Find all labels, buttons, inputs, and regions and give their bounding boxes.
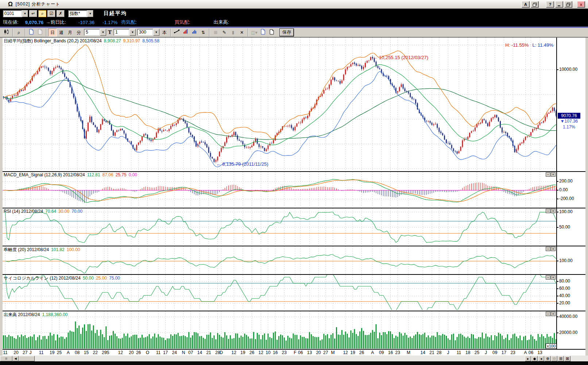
last-price-badge: 9070.76 — [558, 113, 580, 119]
indicator-value: 8,505.58 — [142, 38, 159, 43]
save-button[interactable]: 保存 — [280, 29, 294, 36]
panel-minimize-button[interactable]: − — [546, 247, 550, 251]
kairi-plot[interactable]: 乖離度 (20) 2012/08/24101.82100.00 −× — [3, 246, 557, 274]
splitter-grip[interactable]: ≡ — [0, 356, 12, 361]
panel-close-button[interactable]: × — [551, 312, 556, 316]
tick-dropdown-arrow[interactable]: ▼ — [129, 29, 136, 36]
copy-chart-button[interactable] — [36, 28, 45, 36]
x-axis-label: 27 — [23, 350, 27, 355]
x-axis-label: M — [331, 350, 335, 355]
price-plot[interactable]: 日経平均(指数) Bollinger_Bands (20,2) 2012/08/… — [3, 38, 557, 171]
pencil-button[interactable]: ✎ — [220, 28, 229, 36]
eraser-button[interactable]: ▮ — [229, 28, 237, 36]
help-button[interactable]: ? — [546, 1, 554, 8]
clone-window-button[interactable] — [267, 28, 276, 36]
corner-button-1[interactable]: ◆ — [531, 356, 538, 361]
price-chart — [3, 38, 557, 171]
bid-label: 買気配: — [175, 19, 190, 26]
symbol-dropdown-arrow[interactable]: ▼ — [22, 10, 28, 17]
axis-label: -200.00 — [559, 196, 574, 201]
register-button[interactable]: ☑ — [47, 10, 55, 17]
x-axis-label: 24 — [172, 350, 177, 355]
corner-button-5[interactable]: ⊞ — [558, 356, 564, 361]
symbol-code-input[interactable] — [3, 10, 22, 17]
clear-icon: ✗ — [59, 11, 62, 16]
panel-close-button[interactable]: × — [551, 209, 556, 213]
tick-label: T — [108, 29, 112, 35]
panel-minimize-button[interactable]: − — [546, 209, 550, 213]
candlestick-icon — [4, 29, 9, 35]
volume-blue-button[interactable] — [190, 28, 199, 36]
scale-button[interactable]: ⇅ — [199, 28, 208, 36]
volume-plot[interactable]: 出来高 2012/08/241,188,360.00 −× x100 — [3, 311, 557, 349]
layout-button[interactable]: ◫▾ — [250, 28, 259, 36]
x-axis-label: 14 — [197, 350, 202, 355]
new-window-button[interactable] — [259, 28, 267, 36]
x-axis-label: 08 — [75, 350, 80, 355]
enter-button[interactable]: ↵ — [29, 10, 37, 17]
price-panel-header: 日経平均(指数) Bollinger_Bands (20,2) 2012/08/… — [4, 38, 164, 44]
scrollbar-thumb[interactable] — [19, 356, 35, 361]
indicator-value: 8,908.27 — [104, 38, 121, 43]
minimize-button[interactable] — [555, 1, 563, 8]
app-logo-icon: Ω — [8, 1, 13, 8]
scroll-left-button[interactable]: ◀ — [12, 356, 19, 361]
new-chart-button[interactable] — [27, 28, 36, 36]
low-pct: L: 11.49% — [532, 42, 553, 48]
chart-toolbar: ⌕ 日 週 月 分 5 ▼ T 1 ▼ 300 ▼ 本 — [0, 28, 588, 37]
zoom-button[interactable]: ⌕ — [15, 28, 23, 36]
rsi-plot[interactable]: RSI (14) 2012/08/2470.6430.0070.00 −× — [3, 208, 557, 246]
search-button[interactable]: ⌕ — [38, 10, 46, 17]
tick-select[interactable]: 1 ▼ — [113, 29, 136, 36]
candlestick-chart-button[interactable] — [2, 28, 11, 36]
category-select[interactable]: 指数* ▼ — [68, 10, 93, 17]
period-day-button[interactable]: 日 — [48, 28, 57, 36]
corner-button-3[interactable]: ⊕ — [545, 356, 551, 361]
x-axis-label: 21 — [206, 350, 211, 355]
x-axis-label: 19 — [350, 350, 355, 355]
scale-icon: ⇅ — [201, 30, 205, 35]
change-label: →前日比: — [46, 19, 66, 26]
font-button[interactable]: A — [522, 1, 530, 8]
category-dropdown-arrow[interactable]: ▼ — [87, 10, 93, 17]
axis-label: 100.00 — [559, 258, 573, 263]
corner-button-2[interactable]: ◂ — [538, 356, 544, 361]
panel-minimize-button[interactable]: − — [546, 275, 550, 280]
indicator-value: 75.00 — [109, 276, 120, 281]
restore-button[interactable] — [564, 1, 572, 8]
bar-count-dropdown-arrow[interactable]: ▼ — [153, 29, 159, 36]
grid-button[interactable]: ⊞ — [211, 28, 220, 36]
application-window: Ω [5002] 分析チャート A ? x ▼ ↵ ⌕ ☑ ✗ — [0, 0, 588, 365]
trendline-button[interactable] — [173, 28, 181, 36]
corner-button-4[interactable]: ⊖ — [551, 356, 557, 361]
corner-button-6[interactable]: ⊠ — [564, 356, 570, 361]
panel-close-button[interactable]: × — [551, 247, 556, 251]
corner-button-0[interactable]: ▸ — [525, 356, 531, 361]
period-week-button[interactable]: 週 — [57, 28, 66, 36]
panel-minimize-button[interactable]: − — [546, 312, 550, 316]
indicator-value: 70.64 — [45, 209, 56, 214]
period-month-button[interactable]: 月 — [66, 28, 74, 36]
close-button[interactable]: x — [577, 1, 585, 8]
restore-icon — [566, 3, 570, 7]
minute-dropdown-arrow[interactable]: ▼ — [100, 29, 106, 36]
panel-close-button[interactable]: × — [551, 172, 556, 177]
panel-minimize-button[interactable]: − — [546, 172, 550, 177]
minute-select[interactable]: 5 ▼ — [84, 29, 106, 36]
pencil-icon: ✎ — [223, 30, 226, 35]
macd-plot[interactable]: MACD_EMA_Signal (12,26,9) 2012/08/24112.… — [3, 172, 557, 208]
panel-close-button[interactable]: × — [551, 275, 556, 280]
copy-window-button[interactable] — [531, 1, 539, 8]
psychological-plot[interactable]: サイコロジカルライン (12) 2012/08/2450.0025.0075.0… — [3, 275, 557, 311]
ask-label: 売気配: — [121, 19, 137, 26]
kairi-panel: 乖離度 (20) 2012/08/24101.82100.00 −× 100.0… — [3, 246, 585, 274]
delete-button[interactable]: ✕ — [237, 28, 246, 36]
period-minute-button[interactable]: 分 — [74, 28, 83, 36]
clear-button[interactable]: ✗ — [57, 10, 65, 17]
x-axis-label: 09 — [379, 350, 384, 355]
symbol-bar: ▼ ↵ ⌕ ☑ ✗ 指数* ▼ 日経平均 — [0, 9, 588, 18]
x-axis-label: 23 — [395, 350, 400, 355]
volume-overlay-red-button[interactable] — [181, 28, 190, 36]
x-axis-label: 12 — [259, 350, 263, 355]
bar-count-select[interactable]: 300 ▼ — [137, 29, 159, 36]
